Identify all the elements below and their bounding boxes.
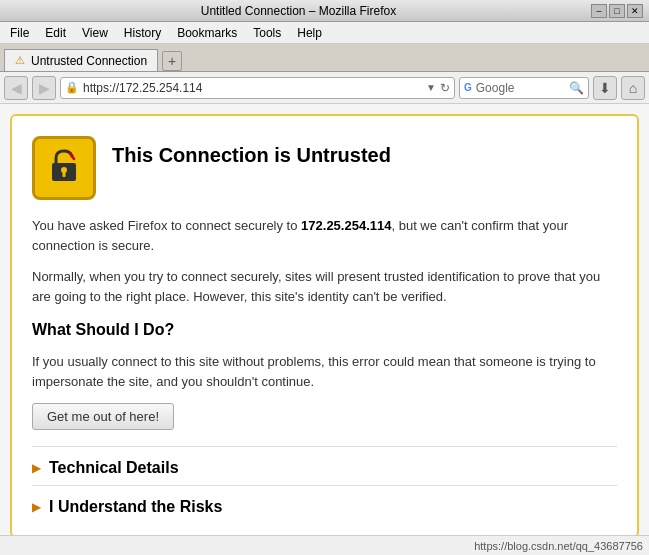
warning-card: This Connection is Untrusted You have as…: [10, 114, 639, 535]
menu-history[interactable]: History: [118, 24, 167, 42]
close-button[interactable]: ✕: [627, 4, 643, 18]
search-bar[interactable]: G Google 🔍: [459, 77, 589, 99]
maximize-button[interactable]: □: [609, 4, 625, 18]
warning-svg-icon: [46, 147, 82, 183]
section-para: If you usually connect to this site with…: [32, 352, 617, 391]
warning-host: 172.25.254.114: [301, 218, 391, 233]
what-to-do-title: What Should I Do?: [32, 318, 617, 342]
download-button[interactable]: ⬇: [593, 76, 617, 100]
warning-intro-para: You have asked Firefox to connect secure…: [32, 216, 617, 255]
google-search-icon: G: [464, 82, 472, 93]
tab-bar: ⚠ Untrusted Connection +: [0, 44, 649, 72]
home-icon: ⌂: [629, 80, 637, 96]
refresh-icon[interactable]: ↻: [440, 81, 450, 95]
current-tab[interactable]: ⚠ Untrusted Connection: [4, 49, 158, 71]
menu-bookmarks[interactable]: Bookmarks: [171, 24, 243, 42]
warning-para2: Normally, when you try to connect secure…: [32, 267, 617, 306]
search-placeholder: Google: [476, 81, 565, 95]
title-bar: Untitled Connection – Mozilla Firefox – …: [0, 0, 649, 22]
warning-body: You have asked Firefox to connect secure…: [32, 216, 617, 438]
svg-rect-3: [63, 172, 66, 177]
new-tab-button[interactable]: +: [162, 51, 182, 71]
menu-tools[interactable]: Tools: [247, 24, 287, 42]
minimize-button[interactable]: –: [591, 4, 607, 18]
warning-intro-text: You have asked Firefox to connect secure…: [32, 218, 301, 233]
understand-risks-section[interactable]: ▶ I Understand the Risks: [32, 485, 617, 516]
menu-help[interactable]: Help: [291, 24, 328, 42]
tab-label: Untrusted Connection: [31, 54, 147, 68]
menu-file[interactable]: File: [4, 24, 35, 42]
navigation-bar: ◀ ▶ 🔒 https://172.25.254.114 ▼ ↻ G Googl…: [0, 72, 649, 104]
browser-window: Untitled Connection – Mozilla Firefox – …: [0, 0, 649, 555]
address-dropdown-icon: ▼: [426, 82, 436, 93]
lock-icon: 🔒: [65, 81, 79, 94]
warning-icon-box: [32, 136, 96, 200]
understand-risks-arrow-icon: ▶: [32, 500, 41, 514]
back-icon: ◀: [11, 80, 22, 96]
url-text: https://172.25.254.114: [83, 81, 422, 95]
menu-bar: File Edit View History Bookmarks Tools H…: [0, 22, 649, 44]
search-submit-icon[interactable]: 🔍: [569, 81, 584, 95]
warning-icon-symbol: [46, 147, 82, 190]
forward-icon: ▶: [39, 80, 50, 96]
get-out-button[interactable]: Get me out of here!: [32, 403, 174, 430]
menu-edit[interactable]: Edit: [39, 24, 72, 42]
technical-details-label: Technical Details: [49, 459, 179, 477]
status-bar: https://blog.csdn.net/qq_43687756: [0, 535, 649, 555]
status-text: https://blog.csdn.net/qq_43687756: [474, 540, 643, 552]
tab-warning-icon: ⚠: [15, 54, 25, 67]
understand-risks-label: I Understand the Risks: [49, 498, 222, 516]
technical-details-section[interactable]: ▶ Technical Details: [32, 446, 617, 477]
menu-view[interactable]: View: [76, 24, 114, 42]
download-icon: ⬇: [599, 80, 611, 96]
window-title: Untitled Connection – Mozilla Firefox: [6, 4, 591, 18]
page-content: This Connection is Untrusted You have as…: [0, 104, 649, 535]
warning-title: This Connection is Untrusted: [112, 144, 391, 167]
forward-button[interactable]: ▶: [32, 76, 56, 100]
warning-header: This Connection is Untrusted: [32, 136, 617, 200]
window-controls: – □ ✕: [591, 4, 643, 18]
back-button[interactable]: ◀: [4, 76, 28, 100]
address-bar[interactable]: 🔒 https://172.25.254.114 ▼ ↻: [60, 77, 455, 99]
svg-line-1: [70, 153, 74, 159]
home-button[interactable]: ⌂: [621, 76, 645, 100]
technical-details-arrow-icon: ▶: [32, 461, 41, 475]
